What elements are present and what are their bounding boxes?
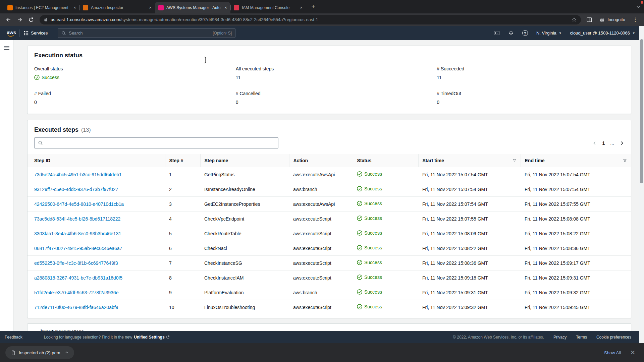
download-filename: InspectorLab (2).pem [19, 350, 60, 355]
end-time-cell: Fri, 11 Nov 2022 15:09:32 GMT [521, 285, 631, 300]
field-value: 0 [236, 100, 423, 105]
step-num-cell: 2 [165, 182, 200, 197]
unified-settings-link[interactable]: Unified Settings [134, 335, 169, 340]
privacy-link[interactable]: Privacy [553, 335, 567, 340]
execution-status-card: Execution status Overall status Success … [27, 46, 631, 114]
column-header-end-time[interactable]: End time [521, 154, 631, 167]
step-num-cell: 4 [165, 212, 200, 226]
step-id-link[interactable]: 73ac5dd8-634f-4bc5-bf26-8bd617118222 [34, 216, 120, 222]
tab-iam[interactable]: IAM Management Console × [230, 2, 306, 13]
step-name-cell: CheckInstanceSG [200, 256, 289, 270]
field-label: # TimedOut [437, 91, 624, 96]
step-id-link[interactable]: a2880818-3267-4931-be7c-db931a16d0f5 [34, 275, 122, 281]
table-row: 06817f47-0027-4915-95ab-8ec6c46ea6a7 6 C… [28, 241, 631, 256]
step-id-link[interactable]: ed552253-0ffe-4c3c-8f1b-6c69477649f3 [34, 260, 118, 266]
services-menu[interactable]: Services [20, 26, 52, 40]
bookmark-star-icon[interactable] [571, 17, 577, 22]
copyright-text: © 2022, Amazon Web Services, Inc. or its… [453, 335, 544, 340]
action-cell: aws:executeScript [289, 241, 353, 256]
step-name-cell: LinuxOsTroubleshooting [200, 300, 289, 315]
cloudshell-button[interactable] [489, 26, 504, 40]
services-label: Services [31, 31, 48, 36]
previous-page-button[interactable] [592, 141, 597, 145]
input-parameters-title: Input parameters [40, 329, 84, 331]
reload-button[interactable] [26, 15, 36, 25]
menu-icon[interactable] [0, 40, 13, 56]
input-parameters-expander[interactable]: ▶ Input parameters [27, 323, 631, 331]
downloaded-file-chip[interactable]: InspectorLab (2).pem [5, 346, 74, 359]
step-id-link[interactable]: 73d5e24c-4bc5-4951-b3cc-915ddf64deb1 [34, 172, 122, 177]
feedback-link[interactable]: Feedback [5, 335, 22, 340]
page-scrollbar[interactable] [639, 26, 644, 343]
main-area: Execution status Overall status Success … [13, 40, 644, 331]
browser-menu-icon[interactable]: ⋮ [630, 16, 641, 23]
close-shelf-icon[interactable]: ✕ [624, 349, 639, 356]
steps-search-input[interactable] [34, 137, 278, 148]
step-id-link[interactable]: 93129ff7-c5e0-4ddc-9376-d73b7f97f027 [34, 187, 118, 192]
column-header-action: Action [289, 154, 353, 167]
back-button[interactable] [3, 15, 13, 25]
browser-window: Instances | EC2 Management C × Amazon In… [0, 0, 644, 362]
tab-inspector[interactable]: Amazon Inspector × [79, 2, 155, 13]
page-number[interactable]: 1 [602, 140, 605, 146]
start-time-cell: Fri, 11 Nov 2022 15:09:31 GMT [418, 285, 521, 300]
tab-close-icon[interactable]: × [148, 5, 153, 10]
incognito-badge: Incognito [596, 17, 629, 23]
tab-close-icon[interactable]: × [223, 5, 228, 10]
status-badge: Success [357, 216, 382, 221]
step-name-cell: CheckNacl [200, 241, 289, 256]
step-id-link[interactable]: 06817f47-0027-4915-95ab-8ec6c46ea6a7 [34, 246, 122, 251]
check-circle-icon [357, 245, 362, 250]
column-header-start-time[interactable]: Start time [418, 154, 521, 167]
tab-ec2[interactable]: Instances | EC2 Management C × [4, 2, 79, 13]
tab-label: Instances | EC2 Management C [15, 5, 69, 10]
step-num-cell: 1 [165, 167, 200, 182]
tab-label: IAM Management Console [242, 5, 296, 10]
action-cell: aws:executeScript [289, 212, 353, 226]
region-selector[interactable]: N. Virginia ▼ [532, 26, 566, 40]
url-text: us-east-1.console.aws.amazon.com/systems… [51, 17, 569, 22]
step-id-link[interactable]: 712de711-0f0c-4679-88fd-fa646a20abf9 [34, 305, 118, 310]
table-row: a2880818-3267-4931-be7c-db931a16d0f5 8 C… [28, 270, 631, 285]
overall-status-field: Overall status Success [28, 61, 229, 86]
next-page-button[interactable] [620, 141, 624, 145]
tab-close-icon[interactable]: × [299, 5, 304, 10]
new-tab-button[interactable]: + [309, 2, 318, 11]
tab-close-icon[interactable]: × [72, 5, 77, 10]
executed-steps-count: (13) [81, 127, 91, 133]
account-menu[interactable]: cloud_user @ 1508-1120-8066 ▼ [566, 26, 639, 40]
action-cell: aws:branch [289, 182, 353, 197]
step-id-link[interactable]: 3303faa1-3e4a-4fb6-8ec0-93b3bd46e131 [34, 231, 121, 236]
tab-systems-manager[interactable]: AWS Systems Manager - Autor × [155, 2, 230, 13]
file-icon [11, 350, 16, 356]
step-id-link[interactable]: 42429500-647d-4e5d-8810-e40710d1cb1a [34, 201, 124, 207]
forward-button[interactable] [15, 15, 25, 25]
aws-logo[interactable]: aws [5, 29, 19, 37]
step-id-link[interactable]: 51fd2e4e-e370-4fdf-9c63-7278f2a3936e [34, 290, 118, 295]
end-time-cell: Fri, 11 Nov 2022 15:07:54 GMT [521, 182, 631, 197]
address-bar[interactable]: us-east-1.console.aws.amazon.com/systems… [40, 15, 581, 24]
execution-status-title: Execution status [28, 46, 631, 61]
console-search-input[interactable]: Search [Option+S] [58, 28, 235, 38]
tab-search-chevron-icon[interactable] [636, 4, 641, 9]
terms-link[interactable]: Terms [576, 335, 587, 340]
step-name-cell: CheckVpcEndpoint [200, 212, 289, 226]
help-button[interactable]: ? [518, 26, 532, 40]
status-badge: Success [357, 245, 382, 250]
scrollbar-thumb[interactable] [640, 39, 643, 183]
cookie-preferences-link[interactable]: Cookie preferences [596, 335, 631, 340]
check-circle-icon [357, 230, 362, 236]
tab-label: Amazon Inspector [91, 5, 145, 10]
chevron-up-icon[interactable] [65, 351, 69, 355]
site-lock-icon[interactable] [44, 17, 48, 22]
timedout-field: # TimedOut 0 [430, 86, 631, 110]
page-content: Execution status Overall status Success … [0, 40, 644, 331]
show-all-downloads-link[interactable]: Show All [601, 350, 624, 355]
step-name-cell: CheckInstanceIAM [200, 270, 289, 285]
side-panel-icon[interactable] [584, 15, 594, 25]
status-badge: Success [357, 260, 382, 265]
notifications-button[interactable] [504, 26, 518, 40]
field-label: # Succeeded [437, 66, 624, 71]
end-time-cell: Fri, 11 Nov 2022 15:08:22 GMT [521, 226, 631, 241]
aws-footer: Feedback Looking for language selection?… [0, 331, 644, 343]
